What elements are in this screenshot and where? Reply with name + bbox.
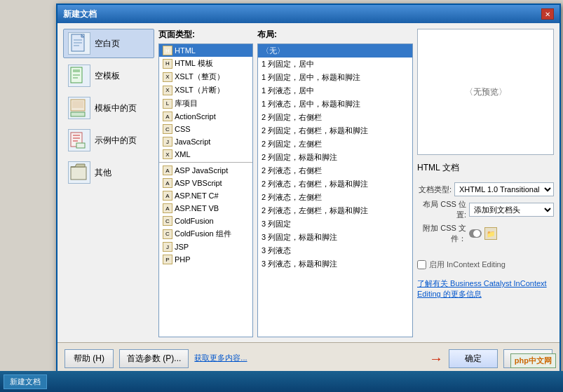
list-item[interactable]: 2 列液态，左侧栏，标题和脚注 [258, 204, 412, 217]
help-button[interactable]: 帮助 (H) [65, 349, 114, 368]
ok-button[interactable]: 确定 [449, 349, 498, 368]
incontext-label: 启用 InContext Editing [429, 259, 506, 270]
main-dialog: 新建文档 ✕ 空白页 [56, 4, 561, 375]
html-doc-label: HTML 文档 [417, 162, 554, 174]
list-item[interactable]: 3 列液态 [258, 244, 412, 257]
list-item[interactable]: J JSP [159, 241, 252, 253]
from-template-label: 模板中的页 [95, 102, 137, 114]
template-label: 空模板 [95, 70, 120, 82]
attach-css-label: 附加 CSS 文件： [417, 223, 466, 244]
left-item-from-sample[interactable]: 示例中的页 [63, 126, 154, 155]
list-item[interactable]: 1 列固定，居中 [258, 58, 412, 71]
incontext-link[interactable]: 了解有关 Business Catalyst InContext Editing… [417, 279, 547, 298]
left-item-template[interactable]: 空模板 [63, 61, 154, 90]
watermark: php中文网 [510, 353, 556, 368]
layout-list[interactable]: 〈无〉 1 列固定，居中 1 列固定，居中，标题和脚注 1 列液态，居中 1 列… [257, 43, 413, 337]
layout-css-label: 布局 CSS 位置: [417, 199, 466, 220]
close-button[interactable]: ✕ [541, 8, 554, 20]
layout-column: 布局: 〈无〉 1 列固定，居中 1 列固定，居中，标题和脚注 1 列液态，居中… [257, 29, 413, 337]
get-more-link[interactable]: 获取更多内容... [194, 353, 247, 363]
svg-rect-11 [71, 112, 85, 116]
doc-type-label: 文档类型: [417, 184, 452, 195]
left-panel: 空白页 空模板 [63, 29, 154, 337]
taskbar: 新建文档 [0, 371, 563, 392]
doc-type-select[interactable]: XHTML 1.0 Transitional XHTML 1.0 Strict … [454, 182, 554, 196]
svg-marker-18 [71, 164, 85, 167]
list-item[interactable]: 1 列液态，居中，标题和脚注 [258, 97, 412, 111]
svg-rect-7 [73, 74, 80, 76]
list-item[interactable]: 2 列液态，右侧栏 [258, 164, 412, 177]
attach-css-folder-btn[interactable]: 📁 [484, 227, 497, 240]
attach-css-row: 附加 CSS 文件： 📁 [417, 223, 554, 244]
attach-css-toggle[interactable] [469, 229, 482, 238]
list-item[interactable]: A ASP.NET VB [159, 202, 252, 215]
pref-button[interactable]: 首选参数 (P)... [119, 349, 189, 368]
template-icon [68, 65, 90, 87]
list-item[interactable]: A ActionScript [159, 110, 252, 123]
list-item[interactable]: A ASP JavaScript [159, 164, 252, 177]
svg-rect-13 [73, 135, 80, 136]
asp-js-icon: A [163, 165, 172, 175]
list-item[interactable]: J JavaScript [159, 135, 252, 148]
xml-icon: X [163, 149, 172, 159]
list-item[interactable]: P PHP [159, 253, 252, 266]
layout-css-select[interactable]: 添加到文档头 [469, 203, 554, 217]
list-item[interactable]: H HTML [159, 44, 252, 57]
page-type-list[interactable]: H HTML H HTML 模板 X XSLT（整页） X XSLT（片断） L [158, 43, 253, 337]
php-icon: P [163, 255, 172, 264]
page-type-column: 页面类型: H HTML H HTML 模板 X XSLT（整页） X XSLT… [158, 29, 253, 337]
list-item[interactable]: 3 列固定 [258, 217, 412, 231]
list-item[interactable]: 2 列固定，右侧栏 [258, 111, 412, 124]
list-item[interactable]: X XML [159, 148, 252, 161]
layout-css-row: 布局 CSS 位置: 添加到文档头 [417, 199, 554, 220]
list-item[interactable]: L 库项目 [159, 97, 252, 110]
svg-rect-6 [73, 69, 80, 72]
list-item[interactable]: C ColdFusion 组件 [159, 227, 252, 241]
jsp-icon: J [163, 242, 172, 252]
list-item[interactable]: A ASP VBScript [159, 177, 252, 189]
svg-rect-15 [73, 140, 78, 142]
list-item[interactable]: H HTML 模板 [159, 57, 252, 70]
page-type-header: 页面类型: [158, 29, 253, 41]
list-item[interactable]: C CSS [159, 123, 252, 135]
settings-section: 文档类型: XHTML 1.0 Transitional XHTML 1.0 S… [417, 182, 554, 244]
library-icon: L [163, 99, 172, 109]
incontext-checkbox[interactable] [417, 260, 426, 269]
list-item[interactable]: X XSLT（片断） [159, 83, 252, 97]
aspnet-vb-icon: A [163, 203, 172, 213]
list-item[interactable]: 2 列液态，左侧栏 [258, 191, 412, 204]
svg-rect-10 [72, 101, 83, 108]
taskbar-item[interactable]: 新建文档 [4, 374, 47, 389]
preview-text: 〈无预览〉 [465, 86, 507, 98]
left-item-from-template[interactable]: 模板中的页 [63, 93, 154, 123]
cf-cmp-icon: C [163, 229, 172, 239]
list-item[interactable]: C ColdFusion [159, 215, 252, 227]
watermark-text: php中文网 [515, 356, 552, 365]
title-bar: 新建文档 ✕ [57, 5, 559, 23]
xslt-full-icon: X [163, 72, 172, 82]
html-template-icon: H [163, 59, 172, 69]
doc-type-row: 文档类型: XHTML 1.0 Transitional XHTML 1.0 S… [417, 182, 554, 196]
left-item-other[interactable]: 其他 [63, 158, 154, 187]
list-item[interactable]: A ASP.NET C# [159, 189, 252, 202]
html-icon: H [163, 46, 172, 55]
left-item-blank[interactable]: 空白页 [63, 29, 154, 58]
from-template-icon [68, 97, 90, 119]
list-item[interactable]: 1 列液态，居中 [258, 84, 412, 97]
list-item[interactable]: 3 列液态，标题和脚注 [258, 257, 412, 271]
blank-icon [68, 32, 90, 55]
list-item[interactable]: X XSLT（整页） [159, 70, 252, 83]
dialog-title: 新建文档 [63, 8, 97, 20]
layout-header: 布局: [257, 29, 413, 41]
list-item[interactable]: 2 列固定，左侧栏 [258, 137, 412, 151]
list-item[interactable]: 2 列液态，右侧栏，标题和脚注 [258, 177, 412, 191]
list-item[interactable]: 2 列固定，标题和脚注 [258, 151, 412, 164]
xslt-frag-icon: X [163, 86, 172, 95]
list-item[interactable]: 1 列固定，居中，标题和脚注 [258, 71, 412, 84]
incontext-row: 启用 InContext Editing [417, 259, 554, 270]
list-item[interactable]: 〈无〉 [258, 44, 412, 58]
list-item[interactable]: 3 列固定，标题和脚注 [258, 231, 412, 244]
css-icon: C [163, 124, 172, 134]
list-item[interactable]: 2 列固定，右侧栏，标题和脚注 [258, 124, 412, 137]
js-icon: J [163, 137, 172, 147]
